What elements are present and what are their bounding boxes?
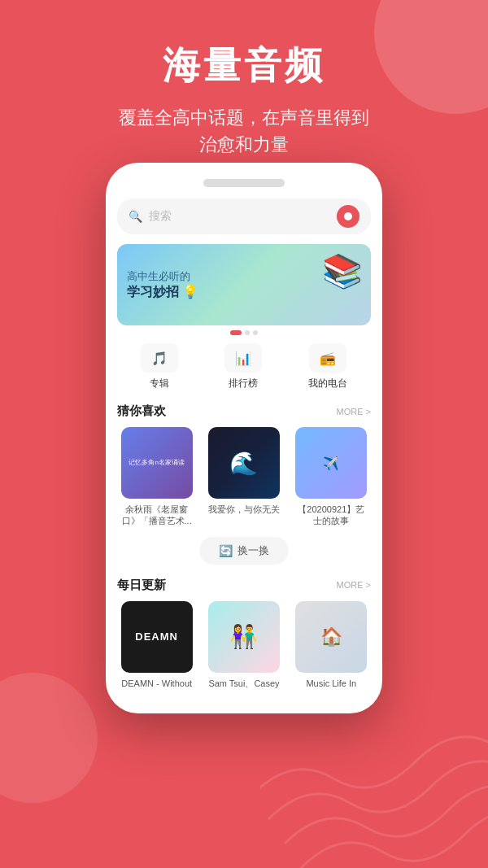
refresh-label: 换一换 bbox=[237, 543, 269, 558]
banner-decoration: 📚 bbox=[322, 252, 363, 290]
banner-dot-1 bbox=[230, 330, 242, 335]
app-content: 🔍 搜索 高中生必听的 学习妙招 💡 📚 🎵 bbox=[106, 198, 382, 689]
search-icon: 🔍 bbox=[129, 210, 142, 223]
daily-section-title: 每日更新 bbox=[117, 578, 166, 593]
phone-mockup: 🔍 搜索 高中生必听的 学习妙招 💡 📚 🎵 bbox=[106, 163, 382, 713]
music-title-1: 余秋雨《老屋窗口》「播音艺术... bbox=[121, 504, 193, 527]
banner-text2: 学习妙招 💡 bbox=[127, 284, 198, 301]
daily-item-3[interactable]: 🏠 Music Life In bbox=[292, 601, 371, 689]
music-grid: 余秋雨《老屋窗口》「播音艺术... 我爱你，与你无关 ✈️ 【20200921】… bbox=[117, 427, 371, 527]
music-item-3[interactable]: ✈️ 【20200921】艺士的故事 bbox=[292, 427, 371, 527]
daily-more-button[interactable]: MORE > bbox=[337, 580, 371, 590]
music-cover-1 bbox=[121, 427, 193, 499]
daily-title-1: DEAMN - Without bbox=[121, 678, 192, 689]
daily-item-1[interactable]: DEAMN DEAMN - Without bbox=[117, 601, 196, 689]
guess-more-button[interactable]: MORE > bbox=[337, 407, 371, 417]
daily-cover-2: 👫 bbox=[208, 601, 280, 673]
phone-notch bbox=[203, 179, 285, 187]
guess-section-header: 猜你喜欢 MORE > bbox=[117, 403, 371, 419]
music-item-1[interactable]: 余秋雨《老屋窗口》「播音艺术... bbox=[117, 427, 196, 527]
search-input[interactable]: 搜索 bbox=[149, 209, 330, 224]
bg-decoration-circle-bottom bbox=[0, 673, 98, 803]
daily-grid: DEAMN DEAMN - Without 👫 Sam Tsui、Casey 🏠… bbox=[117, 601, 371, 689]
nav-radio[interactable]: 📻 我的电台 bbox=[308, 343, 347, 390]
daily-cover-1: DEAMN bbox=[121, 601, 193, 673]
refresh-button[interactable]: 🔄 换一换 bbox=[199, 537, 289, 565]
banner-dots bbox=[117, 330, 371, 335]
daily-section-header: 每日更新 MORE > bbox=[117, 578, 371, 593]
radio-icon: 📻 bbox=[309, 343, 346, 373]
chart-icon: 📊 bbox=[224, 343, 262, 373]
album-label: 专辑 bbox=[150, 377, 169, 390]
album-icon: 🎵 bbox=[141, 343, 178, 373]
daily-title-3: Music Life In bbox=[306, 678, 356, 689]
subtitle-line2: 治愈和力量 bbox=[199, 134, 289, 155]
cover3-inner: ✈️ bbox=[295, 427, 367, 499]
banner-text1: 高中生必听的 bbox=[127, 269, 198, 284]
guess-section-title: 猜你喜欢 bbox=[117, 403, 166, 419]
radio-label: 我的电台 bbox=[308, 377, 347, 390]
nav-chart[interactable]: 📊 排行榜 bbox=[224, 343, 262, 390]
subtitle-line1: 覆盖全高中话题，在声音里得到 bbox=[119, 107, 369, 128]
daily-item-2[interactable]: 👫 Sam Tsui、Casey bbox=[204, 601, 283, 689]
music-cover-3: ✈️ bbox=[295, 427, 367, 499]
quick-nav: 🎵 专辑 📊 排行榜 📻 我的电台 bbox=[117, 343, 371, 390]
search-bar[interactable]: 🔍 搜索 bbox=[117, 198, 371, 234]
music-title-3: 【20200921】艺士的故事 bbox=[295, 504, 367, 527]
banner[interactable]: 高中生必听的 学习妙招 💡 📚 bbox=[117, 244, 371, 325]
banner-dot-3 bbox=[253, 330, 258, 335]
music-item-2[interactable]: 我爱你，与你无关 bbox=[204, 427, 283, 527]
daily-cover-3: 🏠 bbox=[295, 601, 367, 673]
header-section: 海量音频 覆盖全高中话题，在声音里得到 治愈和力量 bbox=[0, 0, 488, 174]
main-title: 海量音频 bbox=[24, 41, 464, 91]
nav-album[interactable]: 🎵 专辑 bbox=[141, 343, 178, 390]
chart-label: 排行榜 bbox=[229, 377, 258, 390]
daily-title-2: Sam Tsui、Casey bbox=[208, 678, 279, 689]
banner-text: 高中生必听的 学习妙招 💡 bbox=[127, 269, 198, 301]
music-cover-2 bbox=[208, 427, 280, 499]
phone-frame: 🔍 搜索 高中生必听的 学习妙招 💡 📚 🎵 bbox=[106, 163, 382, 713]
refresh-icon: 🔄 bbox=[219, 544, 233, 557]
subtitle: 覆盖全高中话题，在声音里得到 治愈和力量 bbox=[24, 104, 464, 158]
music-title-2: 我爱你，与你无关 bbox=[208, 504, 280, 515]
banner-dot-2 bbox=[245, 330, 250, 335]
record-button[interactable] bbox=[337, 205, 359, 228]
